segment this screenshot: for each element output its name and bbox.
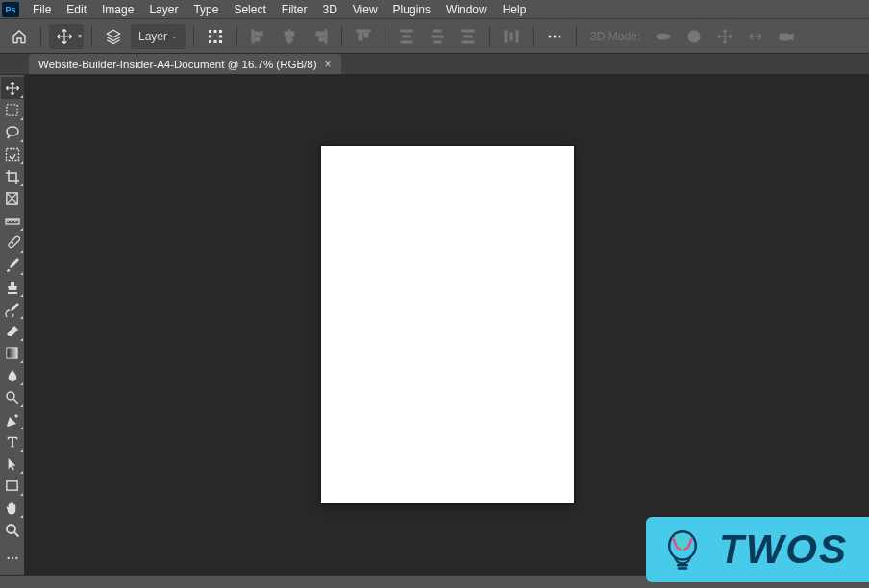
distribute-bottom-button[interactable] <box>455 23 482 50</box>
marquee-tool[interactable] <box>1 99 24 121</box>
svg-rect-12 <box>285 32 294 36</box>
align-left-button[interactable] <box>245 23 272 50</box>
crop-tool[interactable] <box>1 165 24 187</box>
3d-orbit-button[interactable] <box>650 23 677 50</box>
svg-point-37 <box>688 31 700 42</box>
eyedropper-tool[interactable] <box>1 209 24 232</box>
divider <box>533 26 534 47</box>
dodge-icon <box>5 390 20 405</box>
brush-tool[interactable] <box>1 254 24 276</box>
svg-rect-29 <box>505 31 507 42</box>
menu-3d[interactable]: 3D <box>314 1 344 18</box>
menu-layer[interactable]: Layer <box>141 1 186 18</box>
canvas-workspace[interactable] <box>25 75 869 575</box>
3d-roll-button[interactable] <box>681 23 708 50</box>
ellipsis-icon <box>547 29 562 44</box>
document-tab[interactable]: Website-Builder-Insider-A4-Document @ 16… <box>29 54 341 74</box>
frame-icon <box>5 191 19 206</box>
move-tool[interactable] <box>1 77 24 99</box>
3d-camera-button[interactable] <box>773 23 800 50</box>
auto-select-toggle[interactable] <box>100 23 127 50</box>
divider <box>91 26 92 47</box>
align-right-icon <box>312 29 328 44</box>
document-canvas[interactable] <box>321 146 574 503</box>
eraser-icon <box>5 324 20 339</box>
watermark-badge: TWOS <box>646 517 869 582</box>
layers-icon <box>105 28 122 45</box>
pan-icon <box>717 29 732 44</box>
menu-edit[interactable]: Edit <box>59 1 94 18</box>
svg-rect-16 <box>319 37 324 41</box>
blur-tool[interactable] <box>1 364 24 386</box>
divider <box>341 26 342 47</box>
svg-rect-1 <box>219 30 222 33</box>
move-tool-indicator[interactable] <box>51 23 78 50</box>
svg-rect-25 <box>434 41 441 43</box>
svg-rect-26 <box>462 30 474 32</box>
svg-rect-21 <box>403 36 410 37</box>
rectangle-tool[interactable] <box>1 475 24 497</box>
eraser-tool[interactable] <box>1 320 24 342</box>
menu-view[interactable]: View <box>345 1 385 18</box>
svg-rect-31 <box>516 31 518 42</box>
menu-filter[interactable]: Filter <box>274 1 315 18</box>
align-top-button[interactable] <box>350 23 377 50</box>
3d-pan-button[interactable] <box>711 23 738 50</box>
menu-window[interactable]: Window <box>438 1 495 18</box>
auto-select-layer-dropdown[interactable]: Layer ⌄ <box>131 24 186 49</box>
more-alignment-button[interactable] <box>541 23 568 50</box>
menu-help[interactable]: Help <box>495 1 534 18</box>
more-tools-button[interactable] <box>1 547 24 569</box>
menu-select[interactable]: Select <box>226 1 273 18</box>
align-right-button[interactable] <box>307 23 334 50</box>
roll-icon <box>686 29 702 44</box>
lasso-tool[interactable] <box>1 121 24 143</box>
history-brush-tool[interactable] <box>1 298 24 320</box>
svg-rect-14 <box>325 30 327 43</box>
divider <box>193 26 194 47</box>
menu-plugins[interactable]: Plugins <box>385 1 438 18</box>
svg-point-32 <box>549 35 552 37</box>
pen-icon <box>5 412 20 428</box>
svg-point-44 <box>12 242 12 243</box>
distribute-h-icon <box>504 29 519 44</box>
zoom-tool[interactable] <box>1 519 24 541</box>
hand-icon <box>5 501 19 516</box>
transform-controls-toggle[interactable] <box>202 23 229 50</box>
3d-slide-button[interactable] <box>742 23 769 50</box>
svg-rect-7 <box>219 35 222 37</box>
dodge-tool[interactable] <box>1 386 24 408</box>
hand-tool[interactable] <box>1 497 24 519</box>
divider <box>40 26 41 47</box>
distribute-top-button[interactable] <box>393 23 420 50</box>
align-center-h-icon <box>282 29 297 44</box>
healing-brush-tool[interactable] <box>1 232 24 254</box>
svg-rect-23 <box>434 30 441 32</box>
menu-type[interactable]: Type <box>186 1 226 18</box>
svg-rect-13 <box>286 37 292 41</box>
document-tab-bar: Website-Builder-Insider-A4-Document @ 16… <box>0 54 869 75</box>
gradient-tool[interactable] <box>1 342 24 364</box>
object-select-tool[interactable] <box>1 143 24 165</box>
brush-icon <box>5 257 20 273</box>
menu-image[interactable]: Image <box>94 1 141 18</box>
svg-rect-20 <box>401 30 412 32</box>
svg-rect-5 <box>214 40 217 43</box>
path-select-tool[interactable] <box>1 453 24 475</box>
distribute-h-button[interactable] <box>498 23 525 50</box>
type-tool[interactable] <box>1 430 24 453</box>
distribute-center-button[interactable] <box>424 23 451 50</box>
stamp-tool[interactable] <box>1 276 24 298</box>
menu-file[interactable]: File <box>25 1 59 18</box>
stamp-icon <box>5 280 20 295</box>
svg-rect-22 <box>401 41 412 43</box>
distribute-v-bottom-icon <box>460 29 476 44</box>
svg-rect-38 <box>780 34 789 40</box>
svg-rect-24 <box>432 36 443 37</box>
close-tab-button[interactable]: × <box>324 58 331 71</box>
pen-tool[interactable] <box>1 408 24 430</box>
frame-tool[interactable] <box>1 187 24 209</box>
droplet-icon <box>6 368 19 383</box>
align-center-h-button[interactable] <box>276 23 303 50</box>
home-button[interactable] <box>6 23 33 50</box>
